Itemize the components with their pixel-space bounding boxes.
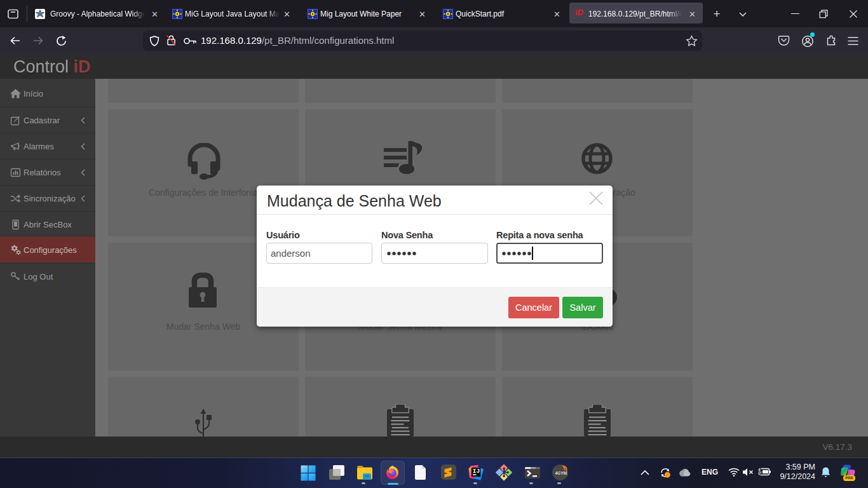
svg-text:4GYM: 4GYM [555,471,567,475]
svg-text:IJ: IJ [473,468,480,475]
